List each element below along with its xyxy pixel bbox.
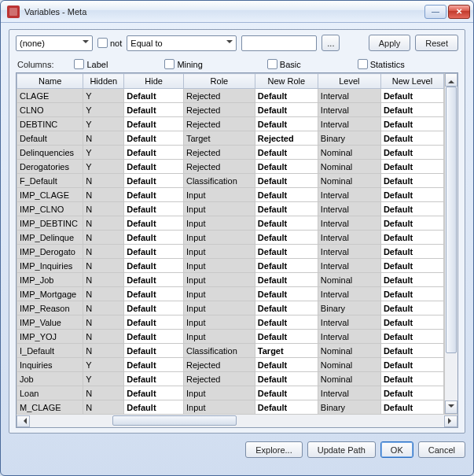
mining-checkbox[interactable]: Mining: [164, 59, 202, 69]
table-row[interactable]: IMP_CLNONDefaultInputDefaultIntervalDefa…: [17, 202, 444, 216]
cell-hide[interactable]: Default: [124, 202, 184, 216]
cell-hide[interactable]: Default: [124, 287, 184, 301]
col-new-role[interactable]: New Role: [255, 74, 318, 89]
cell-new-role[interactable]: Rejected: [255, 131, 318, 146]
cell-new-role[interactable]: Default: [255, 372, 318, 386]
statistics-checkbox[interactable]: Statistics: [358, 59, 405, 69]
table-row[interactable]: IMP_YOJNDefaultInputDefaultIntervalDefau…: [17, 330, 444, 344]
cell-new-role[interactable]: Default: [255, 245, 318, 259]
cell-new-level[interactable]: Default: [380, 372, 443, 386]
cell-new-level[interactable]: Default: [380, 400, 443, 415]
scroll-up-button[interactable]: [445, 73, 457, 87]
label-checkbox[interactable]: Label: [74, 59, 108, 69]
cell-hide[interactable]: Default: [124, 301, 184, 315]
cell-new-level[interactable]: Default: [380, 231, 443, 245]
cell-hide[interactable]: Default: [124, 245, 184, 259]
cell-new-role[interactable]: Default: [255, 231, 318, 245]
cell-new-role[interactable]: Default: [255, 188, 318, 202]
cell-new-role[interactable]: Default: [255, 386, 318, 400]
col-level[interactable]: Level: [318, 74, 380, 89]
cell-new-level[interactable]: Default: [380, 287, 443, 301]
cell-hide[interactable]: Default: [124, 372, 184, 386]
cell-new-role[interactable]: Default: [255, 330, 318, 344]
cell-new-level[interactable]: Default: [380, 259, 443, 273]
titlebar[interactable]: Variables - Meta — ✕: [1, 1, 473, 23]
cell-hide[interactable]: Default: [124, 89, 184, 103]
scroll-down-button[interactable]: [445, 400, 457, 414]
cell-hide[interactable]: Default: [124, 231, 184, 245]
cell-new-role[interactable]: Default: [255, 301, 318, 315]
filter-field-select[interactable]: (none): [16, 35, 93, 51]
cell-hide[interactable]: Default: [124, 216, 184, 231]
cell-new-role[interactable]: Default: [255, 400, 318, 415]
cell-new-level[interactable]: Default: [380, 386, 443, 400]
cell-hide[interactable]: Default: [124, 358, 184, 372]
filter-value-input[interactable]: [241, 35, 317, 51]
cell-new-role[interactable]: Default: [255, 259, 318, 273]
table-row[interactable]: F_DefaultNDefaultClassificationDefaultNo…: [17, 174, 444, 188]
cell-new-role[interactable]: Default: [255, 202, 318, 216]
reset-button[interactable]: Reset: [415, 35, 458, 51]
explore-button[interactable]: Explore...: [245, 441, 302, 458]
table-row[interactable]: IMP_ValueNDefaultInputDefaultIntervalDef…: [17, 315, 444, 330]
table-row[interactable]: IMP_DerogatoNDefaultInputDefaultInterval…: [17, 245, 444, 259]
table-row[interactable]: I_DefaultNDefaultClassificationTargetNom…: [17, 344, 444, 358]
cell-hide[interactable]: Default: [124, 400, 184, 415]
col-hide[interactable]: Hide: [124, 74, 184, 89]
table-row[interactable]: IMP_InquiriesNDefaultInputDefaultInterva…: [17, 259, 444, 273]
cell-new-role[interactable]: Target: [255, 344, 318, 358]
table-row[interactable]: DelinquenciesYDefaultRejectedDefaultNomi…: [17, 146, 444, 160]
cell-hide[interactable]: Default: [124, 146, 184, 160]
close-button[interactable]: ✕: [448, 5, 470, 19]
horizontal-scrollbar[interactable]: [17, 414, 457, 427]
cell-hide[interactable]: Default: [124, 344, 184, 358]
table-row[interactable]: IMP_ReasonNDefaultInputDefaultBinaryDefa…: [17, 301, 444, 315]
table-row[interactable]: IMP_CLAGENDefaultInputDefaultIntervalDef…: [17, 188, 444, 202]
cell-new-level[interactable]: Default: [380, 117, 443, 131]
cell-hide[interactable]: Default: [124, 117, 184, 131]
cell-hide[interactable]: Default: [124, 330, 184, 344]
cell-new-level[interactable]: Default: [380, 273, 443, 287]
cell-new-level[interactable]: Default: [380, 358, 443, 372]
cell-hide[interactable]: Default: [124, 315, 184, 330]
table-row[interactable]: IMP_DEBTINCNDefaultInputDefaultIntervalD…: [17, 216, 444, 231]
cell-new-role[interactable]: Default: [255, 216, 318, 231]
update-path-button[interactable]: Update Path: [307, 441, 376, 458]
vscroll-track[interactable]: [445, 87, 457, 400]
vscroll-thumb[interactable]: [446, 87, 457, 353]
scroll-right-button[interactable]: [444, 415, 457, 427]
cell-new-role[interactable]: Default: [255, 273, 318, 287]
table-row[interactable]: IMP_MortgageNDefaultInputDefaultInterval…: [17, 287, 444, 301]
cell-hide[interactable]: Default: [124, 273, 184, 287]
table-row[interactable]: CLNOYDefaultRejectedDefaultIntervalDefau…: [17, 103, 444, 117]
table-row[interactable]: M_CLAGENDefaultInputDefaultBinaryDefault: [17, 400, 444, 415]
cell-new-level[interactable]: Default: [380, 315, 443, 330]
cell-hide[interactable]: Default: [124, 174, 184, 188]
cell-new-level[interactable]: Default: [380, 89, 443, 103]
cell-new-role[interactable]: Default: [255, 315, 318, 330]
table-row[interactable]: CLAGEYDefaultRejectedDefaultIntervalDefa…: [17, 89, 444, 103]
table-row[interactable]: IMP_JobNDefaultInputDefaultNominalDefaul…: [17, 273, 444, 287]
cell-hide[interactable]: Default: [124, 131, 184, 146]
cell-new-role[interactable]: Default: [255, 174, 318, 188]
cell-new-role[interactable]: Default: [255, 117, 318, 131]
col-role[interactable]: Role: [183, 74, 255, 89]
cell-hide[interactable]: Default: [124, 188, 184, 202]
not-checkbox[interactable]: not: [97, 38, 122, 48]
hscroll-track[interactable]: [30, 415, 444, 427]
table-row[interactable]: DerogatoriesYDefaultRejectedDefaultNomin…: [17, 160, 444, 174]
cell-new-role[interactable]: Default: [255, 89, 318, 103]
cell-new-level[interactable]: Default: [380, 174, 443, 188]
cell-hide[interactable]: Default: [124, 259, 184, 273]
table-row[interactable]: LoanNDefaultInputDefaultIntervalDefault: [17, 386, 444, 400]
cell-new-level[interactable]: Default: [380, 160, 443, 174]
table-row[interactable]: JobYDefaultRejectedDefaultNominalDefault: [17, 372, 444, 386]
ok-button[interactable]: OK: [380, 441, 413, 458]
filter-more-button[interactable]: ...: [322, 35, 340, 51]
col-name[interactable]: Name: [17, 74, 83, 89]
cell-new-role[interactable]: Default: [255, 160, 318, 174]
table-row[interactable]: DefaultNDefaultTargetRejectedBinaryDefau…: [17, 131, 444, 146]
cell-new-level[interactable]: Default: [380, 330, 443, 344]
cell-new-level[interactable]: Default: [380, 188, 443, 202]
hscroll-thumb[interactable]: [112, 415, 237, 426]
